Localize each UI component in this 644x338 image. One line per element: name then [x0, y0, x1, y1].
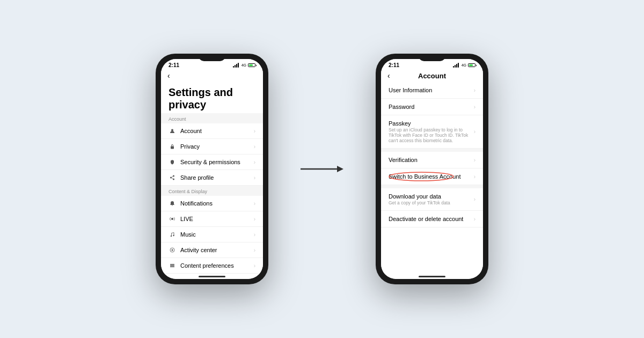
status-icons-2: 4G: [453, 63, 475, 68]
business-chevron: ›: [474, 174, 475, 180]
menu-item-share[interactable]: Share profile ›: [161, 170, 263, 186]
account-chevron: ›: [254, 128, 255, 134]
music-icon: [169, 231, 176, 238]
svg-line-6: [172, 178, 173, 179]
svg-point-9: [173, 235, 174, 236]
security-chevron: ›: [254, 159, 255, 165]
svg-point-8: [171, 236, 172, 237]
verification-text: Verification: [389, 157, 474, 163]
notch-2: [419, 54, 445, 61]
back-arrow-1[interactable]: ‹: [167, 71, 170, 80]
network-2: 4G: [462, 63, 466, 67]
menu-item-account[interactable]: Account ›: [161, 123, 263, 139]
time-2: 2:11: [389, 62, 399, 68]
privacy-icon: [169, 143, 176, 150]
svg-line-5: [172, 177, 173, 178]
nav-title-2: Account: [418, 72, 446, 80]
phone-1: 2:11 4G ‹ Se: [156, 54, 268, 284]
svg-rect-1: [171, 146, 174, 149]
phone-2-screen: 2:11 4G ‹ Account: [381, 59, 483, 279]
download-chevron: ›: [474, 196, 475, 202]
live-text: LIVE: [180, 216, 254, 222]
live-icon: [169, 215, 176, 223]
share-text: Share profile: [180, 174, 254, 181]
notch-1: [199, 54, 225, 61]
share-icon: [169, 174, 176, 181]
deactivate-chevron: ›: [474, 216, 475, 222]
svg-marker-20: [337, 166, 343, 172]
svg-rect-13: [170, 265, 174, 266]
content-prefs-icon: [169, 262, 176, 269]
share-chevron: ›: [254, 175, 255, 181]
nav-bar-2: ‹ Account: [381, 69, 483, 82]
activity-icon: [169, 246, 176, 254]
menu-item-privacy[interactable]: Privacy ›: [161, 139, 263, 155]
privacy-chevron: ›: [254, 144, 255, 150]
nav-bar-1: ‹: [161, 69, 263, 82]
home-indicator-2: [381, 274, 483, 279]
home-indicator-1: [161, 274, 263, 279]
verification-chevron: ›: [474, 157, 475, 163]
status-icons-1: 4G: [233, 63, 255, 68]
account-item-password[interactable]: Password ›: [381, 99, 483, 115]
phone-1-screen: 2:11 4G ‹ Se: [161, 59, 263, 279]
svg-point-3: [173, 179, 174, 180]
security-icon: [169, 158, 176, 166]
network-1: 4G: [241, 63, 246, 67]
menu-list-1: Account › Privacy › Security & permissio…: [161, 123, 263, 274]
userinfo-chevron: ›: [474, 87, 475, 93]
svg-rect-14: [170, 267, 174, 268]
download-text: Download your data: [389, 193, 474, 200]
passkey-text: Passkey: [389, 120, 474, 127]
battery-icon-2: [468, 63, 475, 67]
svg-point-0: [171, 129, 173, 131]
notifications-icon: [169, 200, 176, 207]
music-text: Music: [180, 231, 254, 238]
account-item-passkey[interactable]: Passkey Set up an iCloud passkey to log …: [381, 115, 483, 149]
svg-point-2: [173, 175, 174, 177]
download-sub: Get a copy of your TikTok data: [389, 200, 474, 205]
account-item-business[interactable]: Switch to Business Account ›: [381, 168, 483, 185]
menu-item-notifications[interactable]: Notifications ›: [161, 196, 263, 211]
time-1: 2:11: [169, 62, 179, 68]
content-prefs-text: Content preferences: [180, 262, 254, 269]
password-text: Password: [389, 104, 474, 110]
menu-item-music[interactable]: Music ›: [161, 227, 263, 243]
business-text: Switch to Business Account: [389, 173, 474, 180]
security-text: Security & permissions: [180, 159, 254, 165]
userinfo-text: User Information: [389, 87, 474, 93]
account-item-download[interactable]: Download your data Get a copy of your Ti…: [381, 188, 483, 211]
svg-point-7: [171, 218, 173, 220]
account-item-verification[interactable]: Verification ›: [381, 152, 483, 168]
password-chevron: ›: [474, 104, 475, 110]
account-menu-list: User Information › Password › Passkey Se…: [381, 82, 483, 274]
music-chevron: ›: [254, 232, 255, 238]
menu-item-activity[interactable]: Activity center ›: [161, 243, 263, 258]
menu-item-content-prefs[interactable]: Content preferences ›: [161, 258, 263, 274]
account-text: Account: [180, 128, 254, 134]
passkey-sub: Set up an iCloud passkey to log in to Ti…: [389, 127, 474, 143]
live-chevron: ›: [254, 216, 255, 222]
account-item-deactivate[interactable]: Deactivate or delete account ›: [381, 211, 483, 227]
battery-icon-1: [248, 63, 255, 67]
signal-icon-2: [453, 63, 459, 68]
signal-icon-1: [233, 63, 239, 68]
deactivate-text: Deactivate or delete account: [389, 216, 474, 222]
phone-2: 2:11 4G ‹ Account: [376, 54, 488, 284]
section-content-label: Content & Display: [161, 186, 263, 196]
notifications-text: Notifications: [180, 200, 254, 207]
content-prefs-chevron: ›: [254, 263, 255, 269]
account-item-userinfo[interactable]: User Information ›: [381, 82, 483, 99]
arrow-container: [301, 164, 343, 174]
passkey-chevron: ›: [474, 129, 475, 135]
menu-item-live[interactable]: LIVE ›: [161, 211, 263, 227]
account-icon: [169, 127, 176, 135]
section-account-label: Account: [161, 113, 263, 123]
svg-point-11: [172, 249, 173, 251]
back-arrow-2[interactable]: ‹: [387, 71, 390, 80]
navigation-arrow: [301, 164, 343, 174]
activity-chevron: ›: [254, 247, 255, 253]
page-title-1: Settings and privacy: [161, 82, 263, 113]
notifications-chevron: ›: [254, 201, 255, 207]
menu-item-security[interactable]: Security & permissions ›: [161, 155, 263, 170]
